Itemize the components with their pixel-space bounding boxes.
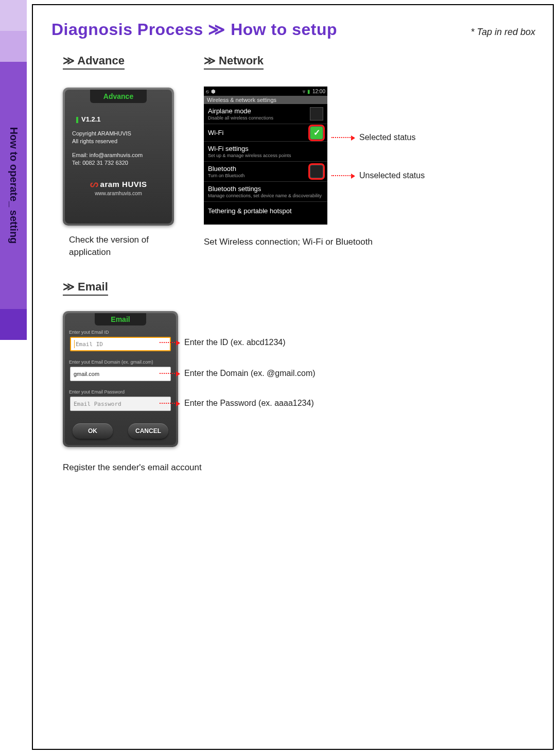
notification-icon: ⬢ <box>211 89 216 94</box>
advance-caption: Check the version of application <box>69 234 177 259</box>
annotation-selected: Selected status <box>359 133 415 142</box>
email-id-label: Enter yout Email ID <box>69 330 109 335</box>
row-sub: Manage connections, set device name & di… <box>208 193 323 198</box>
advance-copyright: Copyright ARAMHUVIS All rights reserved <box>72 130 131 146</box>
advance-logo: ᔕaram HUVIS www.aramhuvis.com <box>65 178 172 196</box>
advance-screenshot: Advance V1.2.1 Copyright ARAMHUVIS All r… <box>63 88 174 226</box>
row-title: Airplane mode <box>208 107 323 115</box>
row-title: Tethering & portable hotspot <box>208 207 323 215</box>
android-status-bar: ⎋ ⬢ ▿ ▮ 12:00 <box>204 87 327 96</box>
row-title: Wi-Fi <box>208 129 323 136</box>
email-domain-value: gmail.com <box>74 371 99 377</box>
rail-segment-active: How to operate_ setting <box>0 62 27 309</box>
row-sub: Set up & manage wireless access points <box>208 153 323 158</box>
annotation-email-domain: Enter the Domain (ex. @gmail.com) <box>184 369 316 378</box>
advance-tab[interactable]: Advance <box>90 90 147 103</box>
rail-segment <box>0 340 27 754</box>
side-rail: How to operate_ setting <box>0 0 27 754</box>
row-sub: Turn on Bluetooth <box>208 173 323 178</box>
text-cursor-icon <box>74 340 75 348</box>
section-heading-advance: ≫ Advance <box>63 54 125 70</box>
arrow-icon <box>331 137 354 138</box>
row-title: Bluetooth <box>208 165 323 173</box>
email-password-input[interactable]: Email Password <box>70 397 171 411</box>
email-password-placeholder: Email Password <box>74 401 121 407</box>
rail-segment <box>0 31 27 62</box>
row-sub: Disable all wireless connections <box>208 115 323 121</box>
row-bluetooth[interactable]: Bluetooth Turn on Bluetooth <box>204 162 327 182</box>
arrow-icon <box>160 403 179 404</box>
wifi-icon: ▿ <box>303 89 305 94</box>
annotation-email-pw: Enter the Password (ex. aaaa1234) <box>184 399 314 408</box>
network-caption: Set Wireless connection; Wi-Fi or Blueto… <box>204 236 410 248</box>
section-heading-email: ≫ Email <box>63 280 108 296</box>
advance-contact: Email: info@aramhuvis.com Tel: 0082 31 7… <box>72 151 143 167</box>
battery-icon: ▮ <box>307 89 310 94</box>
checkbox-wifi[interactable] <box>310 126 323 140</box>
page: How to operate_ setting Diagnosis Proces… <box>0 0 560 754</box>
checkbox-airplane[interactable] <box>310 107 323 121</box>
title-row: Diagnosis Process ≫ How to setup * Tap i… <box>51 20 535 39</box>
annotation-email-id: Enter the ID (ex. abcd1234) <box>184 338 286 347</box>
arrow-icon <box>160 373 179 374</box>
logo-swirl-icon: ᔕ <box>90 179 98 189</box>
ok-button[interactable]: OK <box>73 423 113 439</box>
row-wifi-settings[interactable]: Wi-Fi settings Set up & manage wireless … <box>204 142 327 162</box>
advance-logo-name: aram HUVIS <box>100 180 147 188</box>
email-tab[interactable]: Email <box>95 313 146 325</box>
rail-segment <box>0 0 27 31</box>
network-settings-header: Wireless & network settings <box>204 96 327 104</box>
status-time: 12:00 <box>312 89 325 94</box>
page-title: Diagnosis Process ≫ How to setup <box>51 20 337 39</box>
arrow-icon <box>331 175 354 176</box>
email-id-placeholder: Email ID <box>76 341 103 348</box>
advance-version: V1.2.1 <box>76 115 101 123</box>
advance-logo-url: www.aramhuvis.com <box>65 191 172 196</box>
content-frame: Diagnosis Process ≫ How to setup * Tap i… <box>32 4 554 750</box>
row-title: Bluetooth settings <box>208 185 323 193</box>
cancel-button[interactable]: CANCEL <box>128 423 168 439</box>
annotation-unselected: Unselected status <box>359 171 425 180</box>
email-password-label: Enter yout Email Password <box>69 389 125 395</box>
row-title: Wi-Fi settings <box>208 145 323 152</box>
row-wifi[interactable]: Wi-Fi <box>204 124 327 142</box>
checkbox-bluetooth[interactable] <box>310 165 323 178</box>
row-bluetooth-settings[interactable]: Bluetooth settings Manage connections, s… <box>204 182 327 202</box>
section-heading-network: ≫ Network <box>204 54 264 70</box>
side-rail-label: How to operate_ setting <box>8 127 20 244</box>
usb-icon: ⎋ <box>206 89 209 94</box>
email-caption: Register the sender's email account <box>63 461 269 474</box>
row-airplane[interactable]: Airplane mode Disable all wireless conne… <box>204 104 327 124</box>
email-screenshot: Email Enter yout Email ID Email ID Enter… <box>63 311 178 447</box>
email-domain-label: Enter yout Email Domain (ex. gmail.com) <box>69 359 153 365</box>
email-domain-input[interactable]: gmail.com <box>70 367 171 381</box>
page-title-note: * Tap in red box <box>471 27 535 38</box>
network-screenshot: ⎋ ⬢ ▿ ▮ 12:00 Wireless & network setting… <box>204 87 327 225</box>
rail-segment <box>0 309 27 340</box>
row-tethering[interactable]: Tethering & portable hotspot <box>204 202 327 219</box>
arrow-icon <box>160 342 179 343</box>
email-id-input[interactable]: Email ID <box>70 337 171 351</box>
